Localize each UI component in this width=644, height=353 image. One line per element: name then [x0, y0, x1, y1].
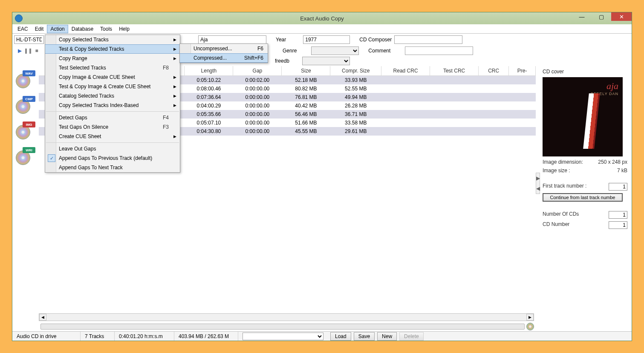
menu-item[interactable]: Test Selected TracksF8 [45, 63, 180, 72]
transport-controls: ▶ ❚❚ ■ [14, 46, 42, 55]
first-track-input[interactable] [609, 183, 627, 191]
right-panel: CD cover aja STEELY DAN Image dimension:… [540, 66, 632, 331]
sidebar: WAV CMP IMG WRI [12, 66, 39, 331]
col-readcrc[interactable]: Read CRC [381, 66, 430, 76]
col-gap[interactable]: Gap [233, 66, 282, 76]
menu-help[interactable]: Help [116, 25, 133, 33]
freedb-label: freedb [275, 58, 289, 64]
titlebar: Exact Audio Copy — ▢ ✕ [12, 12, 632, 24]
sidebar-write-cue[interactable]: WRI [15, 147, 35, 165]
menu-item[interactable]: Test & Copy Selected Tracks▶ [45, 44, 180, 54]
col-size[interactable]: Size [282, 66, 330, 76]
check-icon: ✓ [48, 154, 55, 162]
sidebar-copy-wav[interactable]: WAV [15, 70, 35, 88]
save-button[interactable]: Save [354, 332, 375, 341]
freedb-select[interactable] [302, 57, 350, 65]
submenu-arrow-icon: ▶ [173, 38, 176, 42]
menu-eac[interactable]: EAC [14, 25, 32, 33]
pause-icon[interactable]: ❚❚ [25, 48, 31, 54]
menu-item[interactable]: Leave Out Gaps [45, 144, 180, 153]
submenu-arrow-icon: ▶ [173, 134, 176, 139]
menu-item[interactable]: Copy Selected Tracks▶ [45, 35, 180, 44]
action-menu-dropdown: Copy Selected Tracks▶Test & Copy Selecte… [45, 35, 180, 173]
menu-item[interactable]: Append Gaps To Next Track [45, 163, 180, 172]
num-cds-input[interactable] [609, 211, 627, 219]
menu-item[interactable]: Copy Range▶ [45, 54, 180, 63]
submenu-arrow-icon: ▶ [173, 56, 176, 61]
db-select[interactable] [243, 333, 323, 340]
submenu-item[interactable]: Compressed...Shift+F6 [180, 53, 268, 63]
status-drive: Audio CD in drive [12, 332, 81, 341]
cd-cover-image[interactable]: aja STEELY DAN [543, 77, 623, 156]
minimize-button[interactable]: — [572, 12, 592, 21]
first-track-label: First track number : [543, 183, 586, 191]
img-dim-label: Image dimension: [543, 159, 583, 165]
submenu-item[interactable]: Uncompressed...F6 [180, 44, 268, 53]
menu-item[interactable]: Copy Image & Create CUE Sheet▶ [45, 72, 180, 82]
progress-row [39, 322, 536, 331]
submenu-arrow-icon: ▶ [173, 103, 176, 107]
status-duration: 0:40:01.20 h:m:s.m [115, 332, 174, 341]
submenu-arrow-icon: ▶ [173, 47, 176, 51]
menu-item[interactable]: Copy Selected Tracks Index-Based▶ [45, 101, 180, 110]
status-size: 403.94 MB / 262.63 M [174, 332, 238, 341]
app-icon [15, 14, 23, 22]
horizontal-scrollbar[interactable]: ◀ ▶ [39, 313, 534, 321]
status-tracks: 7 Tracks [81, 332, 115, 341]
img-size-label: Image size : [543, 168, 570, 174]
col-length[interactable]: Length [185, 66, 233, 76]
menu-item[interactable]: Detect GapsF4 [45, 113, 180, 122]
menu-item[interactable]: ✓Append Gaps To Previous Track (default) [45, 153, 180, 163]
scroll-left-icon[interactable]: ◀ [39, 314, 46, 321]
col-crc[interactable]: CRC [479, 66, 509, 76]
cd-cover-label: CD cover [543, 69, 627, 75]
submenu-arrow-icon: ▶ [173, 75, 176, 79]
comment-input[interactable] [405, 46, 473, 55]
menu-item[interactable]: Create CUE Sheet▶ [45, 132, 180, 141]
stop-icon[interactable]: ■ [34, 48, 40, 54]
sidebar-copy-image[interactable]: IMG [15, 122, 35, 139]
year-input[interactable] [303, 35, 350, 44]
progress-bar [40, 324, 525, 330]
menubar: EAC Edit Action Database Tools Help [12, 24, 632, 34]
cd-number-label: CD Number [543, 221, 569, 229]
menu-action[interactable]: Action [47, 25, 68, 33]
submenu-arrow-icon: ▶ [173, 94, 176, 98]
composer-input[interactable] [394, 35, 462, 44]
submenu-arrow-icon: ▶ [173, 84, 176, 89]
scroll-right-icon[interactable]: ▶ [526, 314, 534, 321]
cd-title-input[interactable] [198, 35, 266, 44]
col-pre[interactable]: Pre- [509, 66, 536, 76]
test-copy-submenu: Uncompressed...F6Compressed...Shift+F6 [179, 43, 268, 63]
drive-field[interactable] [14, 35, 44, 44]
delete-button: Delete [399, 332, 424, 341]
menu-item[interactable]: Test & Copy Image & Create CUE Sheet▶ [45, 82, 180, 91]
composer-label: CD Composer [359, 37, 392, 43]
status-bar: Audio CD in drive 7 Tracks 0:40:01.20 h:… [12, 331, 632, 341]
genre-select[interactable] [311, 46, 359, 55]
maximize-button[interactable]: ▢ [592, 12, 611, 21]
window-title: Exact Audio Copy [300, 15, 344, 22]
continue-numbering-button[interactable]: Continue from last track numbe [543, 193, 623, 202]
app-window: Exact Audio Copy — ▢ ✕ EAC Edit Action D… [12, 12, 632, 341]
col-comprsize[interactable]: Compr. Size [330, 66, 381, 76]
cd-number-input[interactable] [609, 221, 627, 229]
play-icon[interactable]: ▶ [17, 48, 23, 54]
comment-label: Comment [368, 48, 390, 54]
genre-label: Genre [283, 48, 297, 54]
menu-database[interactable]: Database [68, 25, 97, 33]
menu-item[interactable]: Catalog Selected Tracks▶ [45, 91, 180, 101]
menu-item[interactable]: Test Gaps On SilenceF3 [45, 122, 180, 132]
new-button[interactable]: New [377, 332, 397, 341]
sidebar-copy-compressed[interactable]: CMP [15, 96, 35, 114]
img-size-value: 7 kB [617, 168, 627, 174]
cd-icon [526, 323, 534, 330]
close-button[interactable]: ✕ [611, 12, 632, 21]
panel-collapse-grip[interactable]: ▶◀ [536, 173, 540, 194]
menu-edit[interactable]: Edit [32, 25, 47, 33]
load-button[interactable]: Load [330, 332, 351, 341]
col-testcrc[interactable]: Test CRC [430, 66, 479, 76]
menu-tools[interactable]: Tools [97, 25, 116, 33]
num-cds-label: Number Of CDs [543, 211, 579, 219]
img-dim-value: 250 x 248 px [598, 159, 627, 165]
